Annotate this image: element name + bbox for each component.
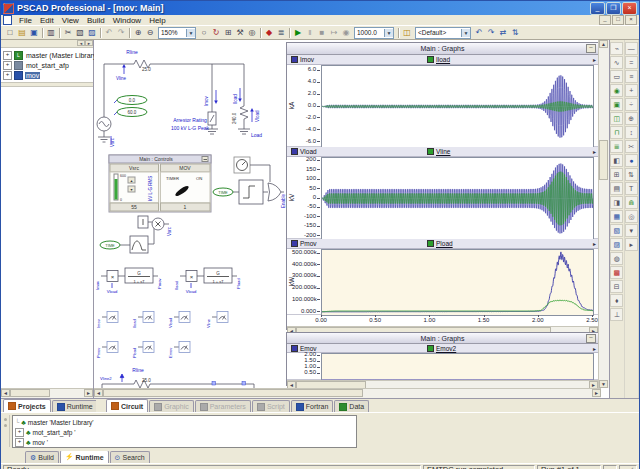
- frame-minimize-icon[interactable]: –: [586, 44, 596, 53]
- output-channel-vload[interactable]: Vload: [168, 312, 190, 329]
- canvas-hscrollbar[interactable]: ◄ ►: [94, 388, 601, 398]
- legend-entry-emov2[interactable]: Emov2: [427, 345, 456, 352]
- palette-tool-icon-14[interactable]: ▨: [610, 238, 623, 251]
- palette-tool-icon-1[interactable]: =: [625, 56, 638, 69]
- expand-icon[interactable]: +: [3, 71, 12, 80]
- palette-tool-icon-17[interactable]: ⊟: [610, 280, 623, 293]
- expand-icon[interactable]: +: [15, 438, 24, 447]
- frame-minimize-icon[interactable]: –: [586, 334, 596, 343]
- legend-entry-pload[interactable]: Pload: [427, 240, 453, 247]
- expand-icon[interactable]: +: [3, 61, 12, 70]
- zoom-in-icon[interactable]: ⊕: [132, 27, 144, 39]
- paste-icon[interactable]: ▨: [86, 27, 98, 39]
- restore-button[interactable]: ❐: [606, 2, 621, 15]
- expand-icon[interactable]: +: [15, 428, 24, 437]
- canvas-vscrollbar[interactable]: ▲ ▼: [598, 40, 609, 388]
- runtime-item-mot-start-afp[interactable]: +♣mot_start_afp ': [15, 427, 354, 437]
- workspace-hscrollbar[interactable]: ◄ ►: [1, 388, 93, 398]
- palette-tool-icon-0[interactable]: ⌁: [610, 42, 623, 55]
- palette-tool-icon-4[interactable]: ÷: [625, 98, 638, 111]
- graph-frame-title[interactable]: Main : Graphs–: [287, 333, 598, 344]
- list-icon[interactable]: ≣: [275, 27, 287, 39]
- palette-tool-icon-18[interactable]: ♦: [610, 294, 623, 307]
- chevron-down-icon[interactable]: ▼: [186, 29, 195, 37]
- tab-data[interactable]: Data: [334, 400, 369, 412]
- palette-tool-icon-4[interactable]: ▣: [610, 98, 623, 111]
- graph-legend[interactable]: EmovEmov2▸: [287, 344, 598, 353]
- flip-icon[interactable]: ⇅: [509, 27, 521, 39]
- step-icon[interactable]: ↦: [328, 27, 340, 39]
- palette-tool-icon-9[interactable]: ⇅: [625, 168, 638, 181]
- find-icon[interactable]: ◎: [246, 27, 258, 39]
- menu-help[interactable]: Help: [145, 16, 169, 25]
- palette-tool-icon-3[interactable]: ◉: [610, 84, 623, 97]
- schematic-canvas[interactable]: 0.0 60.0 Rline 25.0 Vline Vsrc Arrestor …: [94, 40, 609, 398]
- legend-entry-imov[interactable]: Imov: [291, 56, 314, 63]
- palette-tool-icon-6[interactable]: ↕: [625, 126, 638, 139]
- pan-icon[interactable]: ○: [198, 27, 210, 39]
- slider-displays[interactable]: 0.0 60.0: [117, 96, 147, 117]
- scroll-right-icon[interactable]: ►: [84, 389, 93, 397]
- output-channel-emov[interactable]: Emov: [168, 342, 190, 359]
- alert-icon[interactable]: ◆: [263, 27, 275, 39]
- palette-tool-icon-11[interactable]: ◨: [610, 196, 623, 209]
- runtime-item-mov[interactable]: +♣mov ': [15, 437, 354, 447]
- menu-view[interactable]: View: [58, 16, 83, 25]
- palette-tool-icon-13[interactable]: ▾: [625, 224, 638, 237]
- scrollbar-thumb[interactable]: [10, 389, 50, 397]
- scroll-left-icon[interactable]: ◄: [77, 40, 85, 46]
- print-icon[interactable]: ▥: [45, 27, 57, 39]
- comparator-block[interactable]: [239, 180, 263, 204]
- palette-tool-icon-7[interactable]: ≣: [610, 140, 623, 153]
- plot-area[interactable]: [321, 353, 594, 381]
- plot-time-select[interactable]: 1000.0▼: [354, 27, 394, 39]
- menu-file[interactable]: File: [15, 16, 36, 25]
- palette-tool-icon-12[interactable]: ▦: [610, 210, 623, 223]
- view-select[interactable]: <Default>▼: [415, 27, 471, 39]
- scroll-up-icon[interactable]: ▲: [599, 40, 608, 48]
- expand-icon[interactable]: +: [3, 51, 12, 60]
- output-channel-imov[interactable]: Imov: [96, 312, 118, 329]
- legend-popout-icon[interactable]: ▸: [593, 56, 596, 63]
- resize-grip[interactable]: ◢: [619, 465, 637, 469]
- legend-entry-iload[interactable]: Iload: [427, 56, 450, 63]
- controls-frame[interactable]: Main : Controls Vsrc MOV 600 0 ▲ ▼: [109, 155, 211, 212]
- output-channel-pmov[interactable]: Pmov: [96, 342, 118, 359]
- sidebar-item-mot-start-afp[interactable]: +mot_start_afp: [3, 60, 93, 70]
- palette-tool-icon-16[interactable]: ▩: [610, 266, 623, 279]
- tab-script[interactable]: Script: [252, 400, 290, 412]
- graph-legend[interactable]: PmovPload▸: [287, 239, 598, 249]
- curve-block[interactable]: [130, 236, 148, 253]
- output-channel-iload[interactable]: Iload: [132, 312, 154, 329]
- palette-tool-icon-5[interactable]: ⊕: [625, 112, 638, 125]
- or-gate[interactable]: [268, 183, 281, 201]
- palette-tool-icon-1[interactable]: ∿: [610, 56, 623, 69]
- palette-tool-icon-10[interactable]: ▤: [610, 182, 623, 195]
- palette-tool-icon-15[interactable]: ◍: [610, 252, 623, 265]
- legend-popout-icon[interactable]: ▸: [593, 240, 596, 247]
- menu-edit[interactable]: Edit: [36, 16, 58, 25]
- graph-imov[interactable]: ImovIload▸kA6.04.02.00.0-2.0-4.0-6.0: [287, 55, 598, 147]
- circuit-schematic[interactable]: 0.0 60.0 Rline 25.0 Vline Vsrc Arrestor …: [94, 40, 286, 388]
- graph-vload[interactable]: VloadVline▸kV200150100500-50-100-150-200: [287, 147, 598, 239]
- palette-tool-icon-8[interactable]: ◧: [610, 154, 623, 167]
- wrench-icon[interactable]: ⚒: [234, 27, 246, 39]
- graph-frame-1[interactable]: Main : Graphs–ImovIload▸kA6.04.02.00.0-2…: [286, 42, 599, 330]
- grid-icon[interactable]: ⊞: [222, 27, 234, 39]
- save-icon[interactable]: ▣: [28, 27, 40, 39]
- chevron-down-icon[interactable]: ▼: [384, 29, 393, 37]
- rotate-left-icon[interactable]: ↶: [473, 27, 485, 39]
- scrollbar-thumb[interactable]: [599, 140, 608, 180]
- copy-icon[interactable]: ▧: [74, 27, 86, 39]
- pause-icon[interactable]: ‖: [304, 27, 316, 39]
- new-icon[interactable]: □: [4, 27, 16, 39]
- scroll-right-icon[interactable]: ►: [85, 40, 93, 46]
- graph-frame-2[interactable]: Main : Graphs–EmovEmov2▸2.001.501.000.50…: [286, 332, 599, 386]
- graph-legend[interactable]: ImovIload▸: [287, 55, 598, 65]
- legend-entry-vline[interactable]: Vline: [427, 148, 450, 155]
- tab-circuit[interactable]: Circuit: [106, 399, 148, 412]
- palette-tool-icon-7[interactable]: ✂: [625, 140, 638, 153]
- plot-area[interactable]: [321, 157, 594, 240]
- cut-icon[interactable]: ✂: [62, 27, 74, 39]
- sidebar-item-master-master-library[interactable]: +Lmaster (Master Library): [3, 50, 93, 60]
